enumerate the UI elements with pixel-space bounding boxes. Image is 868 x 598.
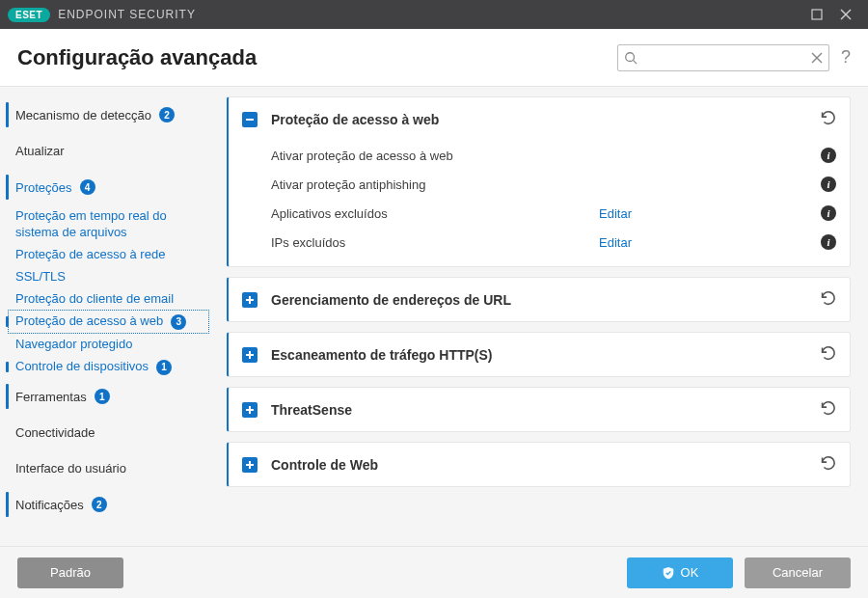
- info-icon[interactable]: i: [821, 148, 836, 163]
- sidebar-item-label: Mecanismo de detecção: [15, 108, 151, 122]
- sidebar-item-detection[interactable]: Mecanismo de detecção 2: [0, 96, 217, 133]
- expand-icon: [242, 292, 258, 308]
- search-icon: [624, 51, 637, 65]
- panel-header-http-scan[interactable]: Escaneamento de tráfego HTTP(S): [229, 333, 850, 376]
- panel-header-url-management[interactable]: Gerenciamento de endereços de URL: [229, 278, 850, 321]
- info-icon[interactable]: i: [821, 205, 836, 221]
- sidebar-item-ui[interactable]: Interface do usuário: [0, 450, 217, 486]
- sidebar-item-label: Ferramentas: [15, 390, 87, 404]
- svg-rect-7: [246, 119, 254, 121]
- titlebar: ESET ENDPOINT SECURITY: [0, 0, 868, 29]
- sidebar: Mecanismo de detecção 2 Atualizar Proteç…: [0, 87, 217, 546]
- expand-icon: [242, 347, 258, 363]
- sidebar-item-network[interactable]: Proteção de acesso à rede: [0, 244, 217, 266]
- panel-web-control: Controle de Web: [227, 442, 851, 487]
- svg-rect-13: [246, 409, 254, 411]
- panel-title: Gerenciamento de endereços de URL: [271, 292, 511, 308]
- sidebar-item-device-control[interactable]: Controle de dispositivos 1: [0, 356, 217, 378]
- eset-logo: ESET: [8, 8, 50, 22]
- sidebar-item-label: Conectividade: [15, 425, 95, 440]
- sidebar-item-email[interactable]: Proteção do cliente de email: [0, 288, 217, 311]
- panel-header-web-control[interactable]: Controle de Web: [229, 443, 850, 486]
- svg-line-4: [634, 60, 637, 64]
- setting-label: Ativar proteção antiphishing: [271, 177, 599, 192]
- footer: Padrão OK Cancelar: [0, 546, 868, 598]
- sidebar-item-notifications[interactable]: Notificações 2: [0, 486, 217, 523]
- info-icon[interactable]: i: [821, 177, 836, 192]
- panel-title: Escaneamento de tráfego HTTP(S): [271, 347, 493, 363]
- badge: 2: [92, 497, 107, 512]
- panel-http-scan: Escaneamento de tráfego HTTP(S): [227, 332, 851, 377]
- badge: 3: [171, 314, 186, 330]
- sidebar-item-browser[interactable]: Navegador protegido: [0, 334, 217, 356]
- expand-icon: [242, 402, 258, 418]
- clear-search-icon[interactable]: [811, 52, 823, 64]
- page-title: Configuração avançada: [17, 45, 257, 70]
- panel-title: Controle de Web: [271, 457, 378, 473]
- sidebar-item-label: Proteção em tempo real do sistema de arq…: [15, 208, 198, 241]
- undo-icon[interactable]: [819, 454, 836, 475]
- panel-header-threatsense[interactable]: ThreatSense: [229, 388, 850, 431]
- sidebar-item-label: Proteção do cliente de email: [15, 291, 174, 308]
- cancel-button[interactable]: Cancelar: [745, 557, 851, 588]
- sidebar-item-label: SSL/TLS: [15, 269, 66, 285]
- undo-icon[interactable]: [819, 399, 836, 420]
- sidebar-item-label: Controle de dispositivos: [15, 359, 149, 375]
- sidebar-item-rtfs[interactable]: Proteção em tempo real do sistema de arq…: [0, 205, 217, 244]
- panel-threatsense: ThreatSense: [227, 387, 851, 432]
- panel-title: ThreatSense: [271, 402, 352, 418]
- sidebar-item-update[interactable]: Atualizar: [0, 133, 217, 169]
- svg-rect-15: [246, 464, 254, 466]
- maximize-button[interactable]: [802, 0, 831, 29]
- setting-excluded-ips: IPs excluídos Editar i: [271, 228, 836, 257]
- badge: 4: [80, 179, 95, 195]
- search-box[interactable]: [617, 44, 829, 71]
- sidebar-item-label: Proteções: [15, 180, 72, 195]
- default-button[interactable]: Padrão: [17, 557, 123, 588]
- svg-rect-0: [812, 10, 822, 19]
- undo-icon[interactable]: [819, 344, 836, 365]
- collapse-icon: [242, 112, 258, 127]
- sidebar-item-label: Navegador protegido: [15, 337, 132, 353]
- sidebar-item-label: Proteção de acesso à web: [15, 313, 163, 330]
- sidebar-item-label: Atualizar: [15, 144, 65, 158]
- undo-icon[interactable]: [819, 289, 836, 310]
- sidebar-item-ssl[interactable]: SSL/TLS: [0, 266, 217, 288]
- close-button[interactable]: [831, 0, 860, 29]
- search-input[interactable]: [643, 51, 805, 65]
- setting-label: Aplicativos excluídos: [271, 206, 599, 221]
- badge: 1: [95, 389, 110, 404]
- svg-rect-9: [246, 299, 254, 301]
- sidebar-item-connectivity[interactable]: Conectividade: [0, 415, 217, 450]
- edit-excluded-apps-link[interactable]: Editar: [599, 206, 632, 221]
- badge: 1: [156, 360, 172, 375]
- panel-web-access: Proteção de acesso à web Ativar proteção…: [227, 96, 851, 267]
- product-name: ENDPOINT SECURITY: [58, 8, 196, 21]
- badge: 2: [159, 107, 175, 122]
- sidebar-item-label: Notificações: [15, 498, 84, 512]
- sidebar-item-protections[interactable]: Proteções 4: [0, 169, 217, 205]
- undo-icon[interactable]: [819, 109, 836, 129]
- edit-excluded-ips-link[interactable]: Editar: [599, 235, 632, 250]
- panel-header-web-access[interactable]: Proteção de acesso à web: [229, 97, 850, 141]
- panel-url-management: Gerenciamento de endereços de URL: [227, 277, 851, 322]
- shield-icon: [662, 566, 675, 580]
- setting-label: Ativar proteção de acesso à web: [271, 149, 599, 163]
- svg-rect-11: [246, 354, 254, 356]
- help-button[interactable]: ?: [841, 47, 851, 68]
- setting-excluded-apps: Aplicativos excluídos Editar i: [271, 199, 836, 228]
- setting-enable-antiphishing: Ativar proteção antiphishing i: [271, 170, 836, 199]
- panel-title: Proteção de acesso à web: [271, 112, 439, 127]
- setting-label: IPs excluídos: [271, 235, 599, 250]
- expand-icon: [242, 457, 258, 473]
- header: Configuração avançada ?: [0, 29, 868, 87]
- sidebar-item-tools[interactable]: Ferramentas 1: [0, 378, 217, 415]
- ok-button[interactable]: OK: [627, 557, 733, 588]
- sidebar-item-label: Proteção de acesso à rede: [15, 247, 165, 263]
- setting-enable-web: Ativar proteção de acesso à web i: [271, 141, 836, 170]
- sidebar-item-label: Interface do usuário: [15, 461, 126, 476]
- main-panel: Proteção de acesso à web Ativar proteção…: [217, 87, 868, 546]
- sidebar-item-web-access[interactable]: Proteção de acesso à web 3: [8, 310, 209, 334]
- info-icon[interactable]: i: [821, 234, 836, 250]
- svg-point-3: [626, 52, 635, 61]
